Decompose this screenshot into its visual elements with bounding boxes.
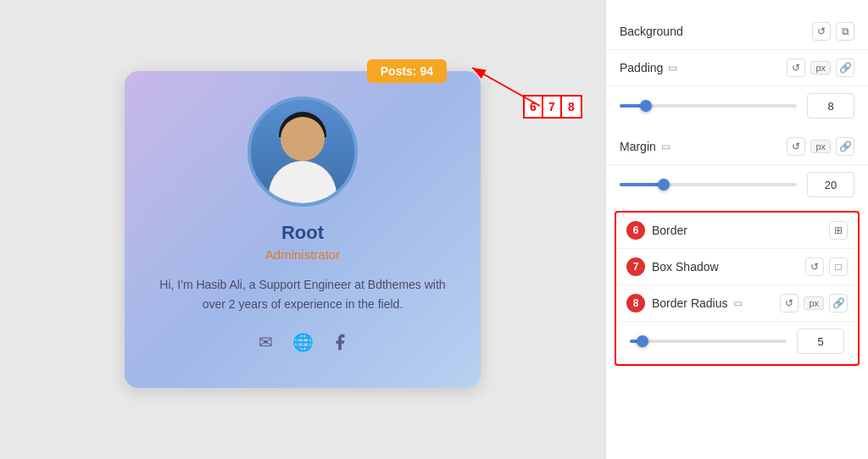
box-shadow-controls: ↺ □	[805, 257, 848, 276]
background-label: Background	[620, 25, 683, 38]
posts-badge: Posts: 94	[367, 59, 447, 83]
margin-label: Margin ▭	[620, 140, 670, 153]
border-radius-label-group: 8 Border Radius ▭	[626, 294, 743, 312]
border-row: 6 Border ⊞	[616, 213, 858, 249]
border-controls: ⊞	[829, 221, 848, 240]
padding-slider[interactable]	[620, 104, 797, 108]
profile-role: Administrator	[265, 247, 340, 262]
border-radius-value[interactable]: 5	[797, 329, 844, 354]
email-icon[interactable]: ✉	[253, 330, 277, 354]
border-radius-row: 8 Border Radius ▭ ↺ px 🔗	[616, 285, 858, 322]
highlighted-properties: 6 Border ⊞ 7 Box Shadow ↺ □ 8 Border Rad…	[615, 211, 860, 366]
margin-slider-row: 20	[606, 165, 868, 207]
profile-name: Root	[281, 222, 324, 244]
facebook-icon[interactable]	[328, 330, 352, 354]
border-radius-slider[interactable]	[630, 340, 787, 343]
margin-unit[interactable]: px	[810, 140, 831, 153]
avatar-head	[281, 117, 325, 161]
avatar-image	[251, 100, 354, 203]
box-shadow-reset-btn[interactable]: ↺	[805, 257, 824, 276]
margin-reset-btn[interactable]: ↺	[787, 137, 805, 156]
padding-monitor-icon: ▭	[668, 62, 677, 74]
padding-reset-btn[interactable]: ↺	[787, 58, 805, 77]
box-shadow-badge: 7	[626, 257, 645, 276]
profile-bio: Hi, I'm Hasib Ali, a Support Engineer at…	[150, 275, 455, 313]
box-shadow-label-group: 7 Box Shadow	[626, 257, 719, 276]
properties-panel: Background ↺ ⧉ Padding ▭ ↺ px 🔗 8 Margin…	[605, 0, 868, 459]
background-reset-btn[interactable]: ↺	[812, 22, 831, 41]
profile-social-icons: ✉ 🌐	[253, 330, 352, 354]
padding-label: Padding ▭	[620, 61, 677, 75]
padding-controls: ↺ px 🔗	[787, 58, 854, 77]
svg-line-1	[472, 68, 540, 106]
padding-slider-row: 8	[606, 86, 868, 129]
background-row: Background ↺ ⧉	[606, 14, 868, 50]
border-radius-reset-btn[interactable]: ↺	[780, 294, 798, 312]
border-radius-badge: 8	[626, 294, 645, 312]
border-badge: 6	[626, 221, 645, 240]
box-shadow-row: 7 Box Shadow ↺ □	[616, 249, 858, 285]
padding-unit[interactable]: px	[810, 61, 831, 75]
margin-controls: ↺ px 🔗	[787, 137, 854, 156]
avatar	[248, 97, 358, 207]
background-copy-btn[interactable]: ⧉	[836, 22, 854, 41]
margin-slider-thumb[interactable]	[658, 179, 670, 191]
margin-link-btn[interactable]: 🔗	[836, 137, 854, 156]
border-corners-btn[interactable]: ⊞	[829, 221, 848, 240]
border-radius-slider-thumb[interactable]	[637, 335, 648, 347]
preview-panel: Posts: 94 6 7 8	[0, 0, 605, 459]
border-radius-unit[interactable]: px	[804, 296, 824, 310]
border-radius-controls: ↺ px 🔗	[780, 294, 848, 312]
padding-link-btn[interactable]: 🔗	[836, 58, 854, 77]
profile-card: Posts: 94 6 7 8	[125, 71, 481, 388]
border-radius-slider-row: 5	[616, 322, 858, 364]
padding-value[interactable]: 8	[807, 93, 854, 119]
annotation-arrow	[455, 59, 565, 110]
margin-monitor-icon: ▭	[661, 141, 670, 152]
padding-slider-thumb[interactable]	[640, 100, 652, 112]
box-shadow-copy-btn[interactable]: □	[829, 257, 848, 276]
border-radius-link-btn[interactable]: 🔗	[829, 294, 848, 312]
border-label-group: 6 Border	[626, 221, 687, 240]
border-radius-monitor-icon: ▭	[733, 297, 743, 309]
margin-row: Margin ▭ ↺ px 🔗	[606, 129, 868, 165]
avatar-body	[269, 161, 337, 203]
globe-icon[interactable]: 🌐	[291, 330, 314, 354]
margin-value[interactable]: 20	[807, 172, 854, 197]
padding-row: Padding ▭ ↺ px 🔗	[606, 50, 868, 86]
margin-slider[interactable]	[620, 183, 797, 186]
background-controls: ↺ ⧉	[812, 22, 854, 41]
